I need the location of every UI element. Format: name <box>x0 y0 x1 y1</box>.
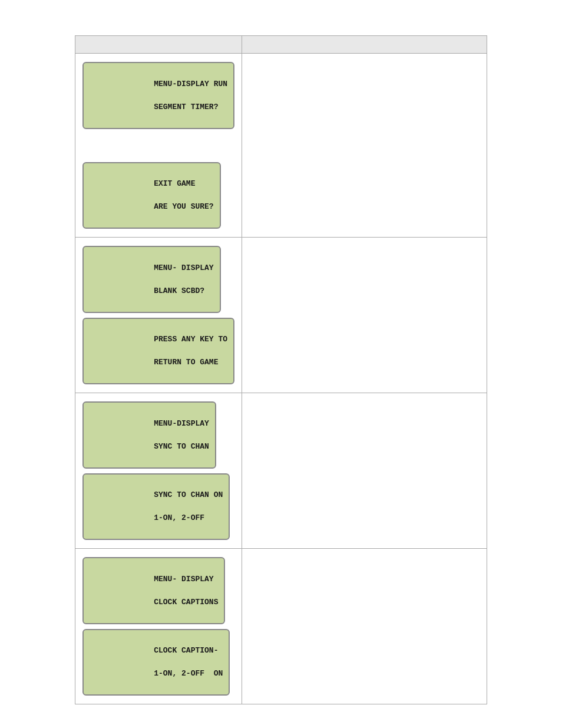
table-row: MENU- DISPLAY CLOCK CAPTIONS CLOCK CAPTI… <box>75 549 487 704</box>
table-header-row <box>75 36 487 54</box>
lcd-line2: 1-ON, 2-OFF ON <box>154 669 223 678</box>
lcd-line1: MENU- DISPLAY <box>154 263 213 272</box>
lcd-line1: CLOCK CAPTION- <box>154 646 218 655</box>
right-content-row2 <box>242 238 487 254</box>
lcd-line2: CLOCK CAPTIONS <box>154 598 218 607</box>
main-table: MENU-DISPLAY RUN SEGMENT TIMER? EXIT GAM… <box>75 35 487 704</box>
cell-content-row3: MENU-DISPLAY SYNC TO CHAN SYNC TO CHAN O… <box>75 393 242 548</box>
lcd-line2: SYNC TO CHAN <box>154 442 209 451</box>
lcd-line2: BLANK SCBD? <box>154 286 204 295</box>
table-row: MENU- DISPLAY BLANK SCBD? PRESS ANY KEY … <box>75 238 487 393</box>
lcd-box-press-any-key: PRESS ANY KEY TO RETURN TO GAME <box>82 318 234 385</box>
left-cell-row3: MENU-DISPLAY SYNC TO CHAN SYNC TO CHAN O… <box>75 393 242 549</box>
header-col-right <box>242 36 487 54</box>
header-col-left <box>75 36 242 54</box>
right-content-row4 <box>242 549 487 565</box>
right-content-row3 <box>242 393 487 410</box>
lcd-line2: RETURN TO GAME <box>154 358 218 367</box>
lcd-box-menu-display-run: MENU-DISPLAY RUN SEGMENT TIMER? <box>82 62 234 129</box>
left-cell-row1: MENU-DISPLAY RUN SEGMENT TIMER? EXIT GAM… <box>75 54 242 238</box>
lcd-line2: ARE YOU SURE? <box>154 202 213 211</box>
table-row: MENU-DISPLAY SYNC TO CHAN SYNC TO CHAN O… <box>75 393 487 549</box>
page: MENU-DISPLAY RUN SEGMENT TIMER? EXIT GAM… <box>0 0 562 728</box>
table-row: MENU-DISPLAY RUN SEGMENT TIMER? EXIT GAM… <box>75 54 487 238</box>
right-cell-row3 <box>242 393 487 549</box>
lcd-box-sync-to-chan: SYNC TO CHAN ON 1-ON, 2-OFF <box>82 473 230 541</box>
right-cell-row4 <box>242 549 487 704</box>
spacer <box>82 148 234 162</box>
lcd-line2: 1-ON, 2-OFF <box>154 513 204 522</box>
right-cell-row1 <box>242 54 487 238</box>
right-cell-row2 <box>242 238 487 393</box>
lcd-line1: MENU- DISPLAY <box>154 575 213 584</box>
cell-content-row1: MENU-DISPLAY RUN SEGMENT TIMER? EXIT GAM… <box>75 54 242 237</box>
left-cell-row2: MENU- DISPLAY BLANK SCBD? PRESS ANY KEY … <box>75 238 242 393</box>
lcd-line1: MENU-DISPLAY <box>154 419 209 428</box>
lcd-box-menu-display-blank: MENU- DISPLAY BLANK SCBD? <box>82 246 221 313</box>
lcd-box-menu-display-clock: MENU- DISPLAY CLOCK CAPTIONS <box>82 557 225 624</box>
cell-content-row2: MENU- DISPLAY BLANK SCBD? PRESS ANY KEY … <box>75 238 242 393</box>
cell-content-row4: MENU- DISPLAY CLOCK CAPTIONS CLOCK CAPTI… <box>75 549 242 704</box>
lcd-box-clock-caption: CLOCK CAPTION- 1-ON, 2-OFF ON <box>82 629 230 696</box>
lcd-line1: PRESS ANY KEY TO <box>154 335 227 344</box>
lcd-line1: MENU-DISPLAY RUN <box>154 80 227 88</box>
left-cell-row4: MENU- DISPLAY CLOCK CAPTIONS CLOCK CAPTI… <box>75 549 242 704</box>
lcd-box-exit-game: EXIT GAME ARE YOU SURE? <box>82 162 221 229</box>
spacer <box>82 134 234 148</box>
lcd-line1: SYNC TO CHAN ON <box>154 490 223 499</box>
lcd-line1: EXIT GAME <box>154 179 195 188</box>
lcd-line2: SEGMENT TIMER? <box>154 103 218 111</box>
right-content-row1 <box>242 54 487 70</box>
lcd-box-menu-display-sync: MENU-DISPLAY SYNC TO CHAN <box>82 401 216 469</box>
